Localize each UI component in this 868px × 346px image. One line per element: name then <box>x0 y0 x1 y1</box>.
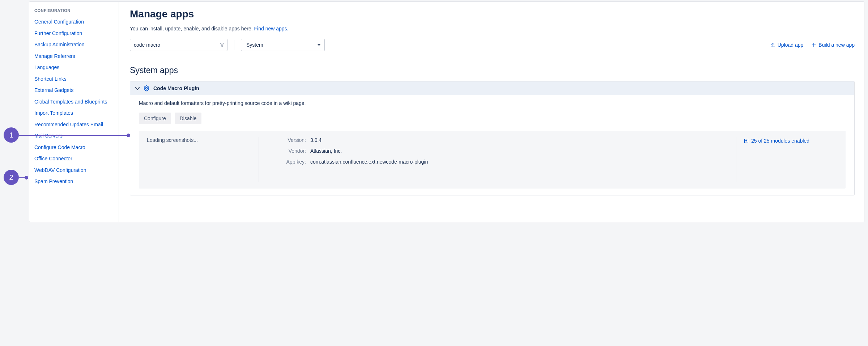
right-actions: Upload app Build a new app <box>770 42 855 48</box>
sidebar-item-manage-referrers[interactable]: Manage Referrers <box>34 51 115 62</box>
app-name: Code Macro Plugin <box>153 85 199 91</box>
plus-icon <box>811 42 816 47</box>
intro-prefix: You can install, update, enable, and dis… <box>130 26 254 31</box>
sidebar-item-shortcut-links[interactable]: Shortcut Links <box>34 73 115 85</box>
sidebar-item-recommended-updates-email[interactable]: Recommended Updates Email <box>34 119 115 131</box>
sidebar-item-further-configuration[interactable]: Further Configuration <box>34 28 115 39</box>
sidebar-item-global-templates[interactable]: Global Templates and Blueprints <box>34 96 115 108</box>
upload-app-link[interactable]: Upload app <box>770 42 804 48</box>
annotation-2: 2 <box>4 170 19 185</box>
category-select[interactable]: System <box>241 39 325 51</box>
modules-toggle[interactable]: + 25 of 25 modules enabled <box>744 138 809 144</box>
kv-appkey-value: com.atlassian.confluence.ext.newcode-mac… <box>310 159 728 165</box>
caret-down-icon <box>317 43 321 47</box>
svg-marker-0 <box>220 43 224 47</box>
kv-vendor: Vendor: Atlassian, Inc. <box>267 148 728 154</box>
metadata-column: Version: 3.0.4 Vendor: Atlassian, Inc. A… <box>259 137 736 182</box>
expand-icon: + <box>744 139 748 143</box>
sidebar-item-backup-administration[interactable]: Backup Administration <box>34 39 115 51</box>
kv-version: Version: 3.0.4 <box>267 137 728 143</box>
filter-icon <box>220 42 225 47</box>
build-app-label: Build a new app <box>818 42 855 48</box>
search-input-wrap <box>130 39 227 51</box>
filter-row: System Upload app <box>130 39 855 51</box>
section-title: System apps <box>130 66 855 75</box>
sidebar-section-header: CONFIGURATION <box>34 8 115 13</box>
main-content: Manage apps You can install, update, ena… <box>119 2 864 222</box>
svg-point-2 <box>145 87 147 89</box>
build-app-link[interactable]: Build a new app <box>811 42 855 48</box>
sidebar-item-general-configuration[interactable]: General Configuration <box>34 16 115 28</box>
plugin-icon <box>143 85 150 92</box>
upload-app-label: Upload app <box>778 42 804 48</box>
sidebar-item-languages[interactable]: Languages <box>34 62 115 73</box>
disable-button[interactable]: Disable <box>175 113 202 124</box>
modules-column: + 25 of 25 modules enabled <box>736 137 838 182</box>
modules-text: 25 of 25 modules enabled <box>751 138 809 144</box>
svg-marker-1 <box>144 86 149 91</box>
search-input[interactable] <box>130 39 227 51</box>
sidebar-item-configure-code-macro[interactable]: Configure Code Macro <box>34 142 115 153</box>
screenshots-column: Loading screenshots... <box>147 137 259 182</box>
app-header[interactable]: Code Macro Plugin <box>130 81 854 95</box>
category-select-value: System <box>246 42 263 48</box>
sidebar-item-spam-prevention[interactable]: Spam Prevention <box>34 176 115 187</box>
kv-version-key: Version: <box>267 137 310 143</box>
find-new-apps-link[interactable]: Find new apps. <box>254 26 289 31</box>
kv-appkey: App key: com.atlassian.confluence.ext.ne… <box>267 159 728 165</box>
annotation-1-dot <box>127 134 130 137</box>
annotation-1: 1 <box>4 127 19 143</box>
app-body: Macro and default formatters for pretty-… <box>130 95 854 195</box>
admin-panel: CONFIGURATION General Configuration Furt… <box>29 1 864 222</box>
sidebar-item-import-templates[interactable]: Import Templates <box>34 107 115 119</box>
sidebar-item-mail-servers[interactable]: Mail Servers <box>34 130 115 142</box>
annotation-1-line <box>19 135 127 136</box>
app-description: Macro and default formatters for pretty-… <box>139 100 846 106</box>
upload-icon <box>770 42 775 47</box>
detail-panel: Loading screenshots... Version: 3.0.4 Ve… <box>139 131 846 189</box>
kv-vendor-key: Vendor: <box>267 148 310 154</box>
kv-appkey-key: App key: <box>267 159 310 165</box>
kv-version-value: 3.0.4 <box>310 137 728 143</box>
page-title: Manage apps <box>130 8 855 20</box>
app-actions: Configure Disable <box>139 113 846 124</box>
chevron-down-icon <box>135 86 140 90</box>
intro-text: You can install, update, enable, and dis… <box>130 26 855 31</box>
sidebar-item-webdav-configuration[interactable]: WebDAV Configuration <box>34 165 115 176</box>
app-card: Code Macro Plugin Macro and default form… <box>130 81 855 195</box>
sidebar-item-office-connector[interactable]: Office Connector <box>34 153 115 165</box>
kv-vendor-value: Atlassian, Inc. <box>310 148 728 154</box>
configure-button[interactable]: Configure <box>139 113 171 124</box>
annotation-2-dot <box>25 176 28 180</box>
sidebar: CONFIGURATION General Configuration Furt… <box>29 2 119 222</box>
sidebar-item-external-gadgets[interactable]: External Gadgets <box>34 85 115 96</box>
vertical-divider <box>234 40 234 50</box>
loading-text: Loading screenshots... <box>147 137 198 143</box>
